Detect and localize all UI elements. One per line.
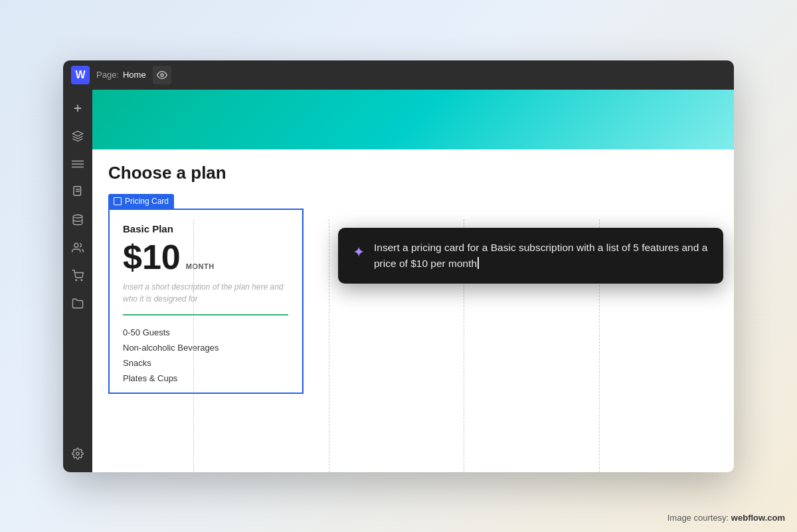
page-name: Home	[123, 70, 146, 80]
image-courtesy: Image courtesy: webflow.com	[667, 513, 785, 523]
sidebar-item-users[interactable]	[66, 236, 90, 260]
svg-point-11	[76, 280, 77, 281]
page-indicator: Page: Home	[96, 70, 146, 80]
sidebar-item-components[interactable]	[66, 124, 90, 148]
svg-point-12	[81, 280, 82, 281]
sidebar	[63, 90, 92, 472]
svg-point-13	[76, 452, 80, 455]
page-label: Page:	[96, 70, 119, 80]
section-title: Choose a plan	[108, 163, 718, 183]
sidebar-item-navigator[interactable]	[66, 152, 90, 176]
sidebar-item-ecommerce[interactable]	[66, 264, 90, 288]
webflow-logo: W	[71, 66, 90, 84]
main-area: Choose a plan Pricing Card Basic Plan	[63, 90, 734, 472]
element-tag[interactable]: Pricing Card	[108, 194, 174, 209]
canvas-area: Choose a plan Pricing Card Basic Plan	[92, 90, 734, 472]
sidebar-item-add[interactable]	[66, 96, 90, 120]
sparkles-icon: ✦	[353, 241, 365, 263]
sidebar-item-cms[interactable]	[66, 208, 90, 232]
browser-bar: W Page: Home	[63, 60, 734, 90]
svg-point-0	[161, 74, 163, 76]
preview-button[interactable]	[153, 66, 171, 84]
green-banner	[92, 90, 734, 149]
ai-tooltip: ✦ Insert a pricing card for a Basic subs…	[338, 228, 723, 284]
sidebar-item-pages[interactable]	[66, 180, 90, 204]
ai-tooltip-text: Insert a pricing card for a Basic subscr…	[374, 240, 709, 272]
element-tag-label: Pricing Card	[125, 197, 169, 206]
grid-col-1	[193, 219, 329, 472]
canvas-content: Choose a plan Pricing Card Basic Plan	[92, 90, 734, 472]
svg-point-9	[73, 215, 82, 218]
element-tag-icon	[114, 197, 122, 205]
browser-window: W Page: Home	[63, 60, 734, 472]
text-cursor	[478, 257, 479, 269]
sidebar-item-assets[interactable]	[66, 292, 90, 315]
svg-point-10	[74, 243, 78, 247]
sidebar-item-settings[interactable]	[66, 442, 90, 466]
price-amount: $10	[123, 240, 181, 274]
selected-element-bar: Pricing Card	[108, 194, 718, 209]
